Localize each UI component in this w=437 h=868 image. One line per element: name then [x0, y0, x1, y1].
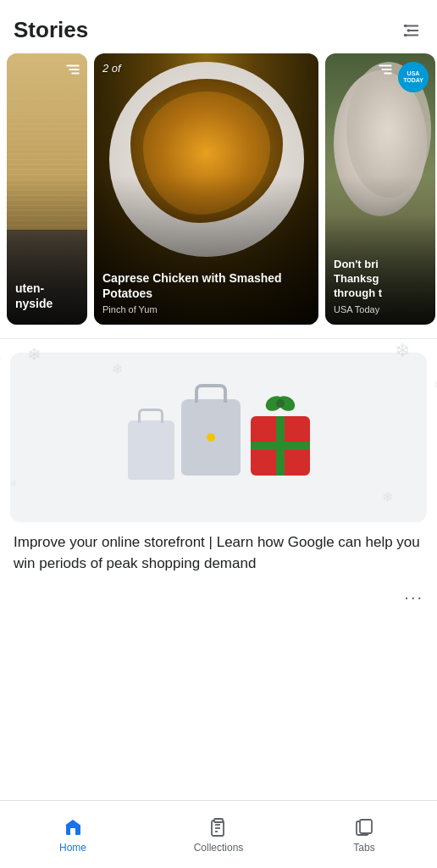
tabs-icon — [353, 816, 375, 838]
svg-rect-12 — [70, 828, 75, 835]
bow-center — [276, 399, 285, 408]
sort-icon-right — [378, 62, 393, 81]
home-icon — [62, 816, 84, 838]
main-bag — [181, 399, 241, 476]
nav-item-home[interactable]: Home — [0, 816, 146, 854]
story-title-left: uten-nyside — [15, 281, 79, 311]
herbs-decoration — [156, 104, 257, 155]
ad-text: Improve your online storefront | Learn h… — [0, 522, 437, 584]
nav-label-collections: Collections — [194, 842, 244, 854]
story-counter: 2 of — [102, 62, 121, 75]
gift-box — [251, 416, 310, 476]
bottom-spacer — [0, 614, 437, 682]
svg-point-4 — [407, 29, 411, 32]
gift-ribbon-horizontal — [251, 442, 310, 450]
section-divider — [0, 338, 437, 339]
collections-icon — [207, 816, 230, 838]
stories-carousel: uten-nyside 2 of Caprese Chicken with Sm… — [0, 53, 437, 325]
story-title-center: Caprese Chicken with Smashed Potatoes — [102, 270, 310, 301]
story-title-right: Don't briThanksgthrough t — [334, 258, 427, 301]
svg-point-5 — [404, 33, 407, 36]
story-card-center[interactable]: 2 of Caprese Chicken with Smashed Potato… — [94, 53, 318, 325]
nav-item-collections[interactable]: Collections — [146, 816, 291, 854]
bag-dot — [207, 433, 215, 442]
sort-icon-left — [65, 62, 80, 81]
nav-item-tabs[interactable]: Tabs — [291, 816, 437, 854]
story-text-center: Caprese Chicken with Smashed Potatoes Pi… — [102, 270, 310, 314]
header: Stories — [0, 0, 437, 53]
story-text-right: Don't briThanksgthrough t USA Today — [334, 258, 427, 314]
svg-rect-19 — [360, 820, 372, 833]
svg-point-3 — [404, 24, 407, 27]
small-bag — [128, 420, 174, 480]
story-card-left[interactable]: uten-nyside — [7, 53, 87, 325]
bottom-navigation: Home Collections Tabs — [0, 800, 437, 868]
ad-card[interactable]: ❄ ❄ ❄ ❄ ❄ ❄ ❄ — [10, 353, 427, 522]
shopping-illustration — [128, 399, 310, 476]
usa-today-badge: USATODAY — [398, 62, 429, 92]
three-dots-icon[interactable]: ··· — [404, 587, 423, 607]
story-card-right[interactable]: USATODAY Don't briThanksgthrough t USA T… — [325, 53, 435, 325]
nav-label-home: Home — [59, 842, 86, 854]
story-source-right: USA Today — [334, 304, 427, 314]
more-options: ··· — [0, 584, 437, 614]
svg-rect-17 — [214, 819, 223, 822]
story-text-left: uten-nyside — [15, 281, 79, 314]
page-title: Stories — [14, 17, 88, 43]
story-source-center: Pinch of Yum — [102, 304, 310, 314]
nav-label-tabs: Tabs — [353, 842, 374, 854]
filter-icon[interactable] — [400, 19, 423, 42]
